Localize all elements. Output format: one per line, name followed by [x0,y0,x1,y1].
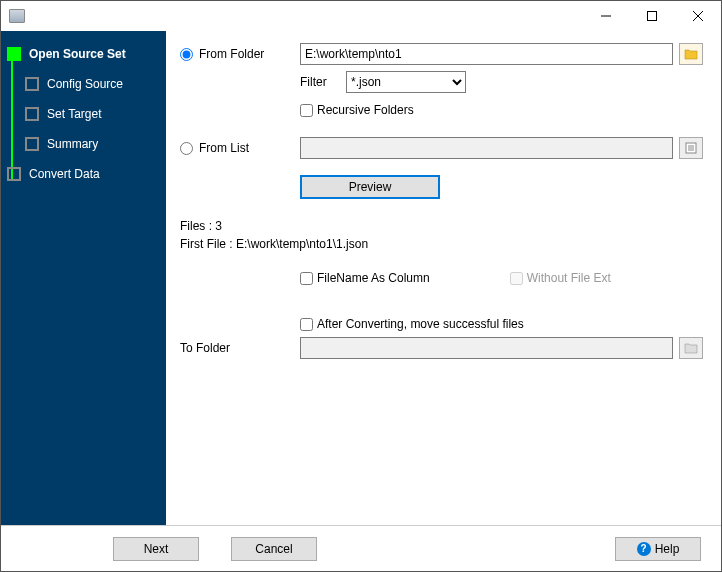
filename-col-checkbox[interactable] [300,272,313,285]
from-list-input[interactable] [300,137,673,159]
preview-button[interactable]: Preview [300,175,440,199]
folder-icon [684,342,698,354]
step-summary[interactable]: Summary [1,129,166,159]
help-icon: ? [637,542,651,556]
file-icon [684,142,698,154]
step-label: Convert Data [29,167,100,181]
help-label: Help [655,542,680,556]
minimize-button[interactable] [583,1,629,31]
folder-open-icon [684,48,698,60]
recursive-checkbox-wrap[interactable]: Recursive Folders [300,103,414,117]
svg-rect-1 [648,12,657,21]
step-label: Config Source [47,77,123,91]
from-folder-radio[interactable] [180,48,193,61]
from-folder-label: From Folder [199,47,264,61]
titlebar [1,1,721,31]
close-button[interactable] [675,1,721,31]
filter-label: Filter [300,75,340,89]
browse-list-button[interactable] [679,137,703,159]
main-panel: From Folder Filter *.json [166,31,721,526]
after-convert-checkbox-wrap[interactable]: After Converting, move successful files [300,317,524,331]
from-list-radio[interactable] [180,142,193,155]
files-count-text: Files : 3 [180,219,703,233]
footer: Next Cancel ? Help [1,525,721,571]
without-ext-checkbox-wrap: Without File Ext [510,271,611,285]
browse-to-folder-button[interactable] [679,337,703,359]
without-ext-label: Without File Ext [527,271,611,285]
filename-col-checkbox-wrap[interactable]: FileName As Column [300,271,430,285]
first-file-text: First File : E:\work\temp\nto1\1.json [180,237,703,251]
to-folder-label: To Folder [180,341,230,355]
recursive-label: Recursive Folders [317,103,414,117]
step-label: Set Target [47,107,101,121]
app-icon [9,9,25,23]
to-folder-input[interactable] [300,337,673,359]
filter-select[interactable]: *.json [346,71,466,93]
step-open-source-set[interactable]: Open Source Set [1,39,166,69]
step-config-source[interactable]: Config Source [1,69,166,99]
step-set-target[interactable]: Set Target [1,99,166,129]
next-button[interactable]: Next [113,537,199,561]
browse-folder-button[interactable] [679,43,703,65]
step-convert-data[interactable]: Convert Data [1,159,166,189]
step-label: Summary [47,137,98,151]
from-list-label: From List [199,141,249,155]
step-label: Open Source Set [29,47,126,61]
help-button[interactable]: ? Help [615,537,701,561]
maximize-button[interactable] [629,1,675,31]
after-convert-checkbox[interactable] [300,318,313,331]
cancel-button[interactable]: Cancel [231,537,317,561]
after-convert-label: After Converting, move successful files [317,317,524,331]
filename-col-label: FileName As Column [317,271,430,285]
without-ext-checkbox [510,272,523,285]
recursive-checkbox[interactable] [300,104,313,117]
from-folder-input[interactable] [300,43,673,65]
wizard-sidebar: Open Source Set Config Source Set Target… [1,31,166,526]
